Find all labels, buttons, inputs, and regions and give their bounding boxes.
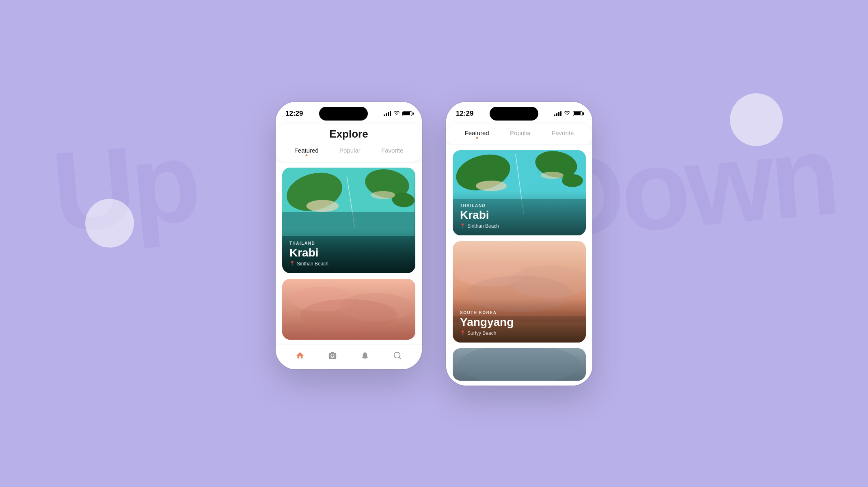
phone-1: 12:29: [276, 102, 422, 369]
card-yangyang-image-2: SOUTH KOREA Yangyang 📍 Surfyy Beach: [453, 241, 586, 343]
card-location-2: 📍 Sirithan Beach: [460, 223, 579, 229]
signal-bar-3: [388, 112, 389, 116]
battery-fill-1: [403, 112, 410, 115]
wifi-icon-1: [393, 110, 400, 116]
card-city-2: Krabi: [460, 209, 579, 222]
svg-point-7: [307, 200, 339, 212]
pin-icon-yangyang: 📍: [460, 330, 466, 336]
tab-bar-1: Featured Popular Favorite: [284, 147, 414, 162]
nav-bell-1[interactable]: [359, 350, 371, 361]
phone2-cards-container: THAILAND Krabi 📍 Sirithan Beach: [446, 145, 592, 386]
nav-home-1[interactable]: [294, 350, 306, 361]
tab-favorite-2[interactable]: Favorite: [552, 129, 574, 139]
bottom-nav-1: [276, 345, 422, 369]
card-city-yangyang: Yangyang: [460, 316, 579, 329]
battery-fill-2: [574, 112, 580, 115]
svg-line-15: [399, 357, 401, 359]
phone-2: 12:29: [446, 102, 592, 386]
card-location-1: 📍 Sirithan Beach: [289, 261, 408, 267]
svg-point-8: [371, 191, 395, 199]
battery-icon-1: [402, 111, 412, 116]
pin-icon-1: 📍: [289, 261, 295, 266]
dynamic-island-1: [319, 107, 368, 121]
card-yangyang-1[interactable]: [282, 279, 415, 340]
signal-bars-1: [384, 111, 391, 116]
circle-decoration-right: [730, 93, 783, 146]
signal-bar-2-4: [560, 111, 561, 116]
circle-decoration-left: [85, 199, 134, 248]
cards-container-1: THAILAND Krabi 📍 Sirithan Beach: [276, 163, 422, 345]
card-krabi-2[interactable]: THAILAND Krabi 📍 Sirithan Beach: [453, 150, 586, 235]
explore-header: Explore Featured Popular Favorite: [276, 124, 422, 162]
card-overlay-yangyang-2: SOUTH KOREA Yangyang 📍 Surfyy Beach: [453, 298, 586, 343]
status-icons-1: [384, 110, 412, 116]
pin-icon-2: 📍: [460, 223, 466, 228]
wifi-icon-2: [564, 110, 570, 116]
phones-container: 12:29: [276, 102, 592, 386]
card-yangyang-2[interactable]: SOUTH KOREA Yangyang 📍 Surfyy Beach: [453, 241, 586, 343]
svg-point-13: [300, 299, 397, 332]
svg-point-22: [541, 172, 564, 179]
tab-popular-2[interactable]: Popular: [510, 129, 531, 139]
battery-icon-2: [573, 111, 583, 116]
status-icons-2: [554, 110, 583, 116]
phone2-header: Featured Popular Favorite: [446, 124, 592, 144]
signal-bar-2-1: [554, 114, 555, 116]
tab-featured-1[interactable]: Featured: [294, 147, 319, 156]
nav-search-1[interactable]: [392, 350, 403, 361]
tab-popular-1[interactable]: Popular: [339, 147, 361, 156]
tab-dot-2: [476, 137, 478, 139]
svg-point-14: [394, 352, 400, 358]
tab-favorite-1[interactable]: Favorite: [381, 147, 403, 156]
svg-point-31: [458, 348, 580, 381]
nav-camera-1[interactable]: [327, 350, 338, 361]
signal-bar-2-2: [556, 113, 557, 116]
tab-featured-2[interactable]: Featured: [465, 129, 489, 139]
card-krabi-1[interactable]: THAILAND Krabi 📍 Sirithan Beach: [282, 168, 415, 273]
card-country-yangyang: SOUTH KOREA: [460, 310, 579, 315]
status-time-2: 12:29: [456, 110, 473, 118]
signal-bar-2-3: [558, 112, 559, 116]
card-overlay-krabi-1: THAILAND Krabi 📍 Sirithan Beach: [282, 229, 415, 273]
card-city-1: Krabi: [289, 246, 408, 259]
card-krabi-image-2: THAILAND Krabi 📍 Sirithan Beach: [453, 150, 586, 235]
explore-title: Explore: [284, 128, 414, 140]
signal-bar-4: [390, 111, 391, 116]
signal-bars-2: [554, 111, 561, 116]
card-country-2: THAILAND: [460, 203, 579, 208]
card-country-1: THAILAND: [289, 241, 408, 246]
tab-dot-1: [305, 154, 307, 156]
tab-bar-2: Featured Popular Favorite: [454, 128, 584, 139]
svg-point-21: [476, 181, 507, 191]
card-overlay-krabi-2: THAILAND Krabi 📍 Sirithan Beach: [453, 191, 586, 235]
dynamic-island-2: [490, 107, 538, 121]
signal-bar-2: [386, 113, 387, 116]
svg-point-20: [562, 174, 583, 187]
card-partial-2[interactable]: [453, 348, 586, 381]
phone-1-screen: 12:29: [276, 102, 422, 369]
card-location-yangyang: 📍 Surfyy Beach: [460, 330, 579, 336]
status-bar-1: 12:29: [276, 102, 422, 124]
status-bar-2: 12:29: [446, 102, 592, 124]
status-time-1: 12:29: [285, 110, 303, 118]
signal-bar-1: [384, 114, 385, 116]
phone-2-screen: 12:29: [446, 102, 592, 386]
card-yangyang-image-1: [282, 279, 415, 340]
card-krabi-image-1: THAILAND Krabi 📍 Sirithan Beach: [282, 168, 415, 273]
